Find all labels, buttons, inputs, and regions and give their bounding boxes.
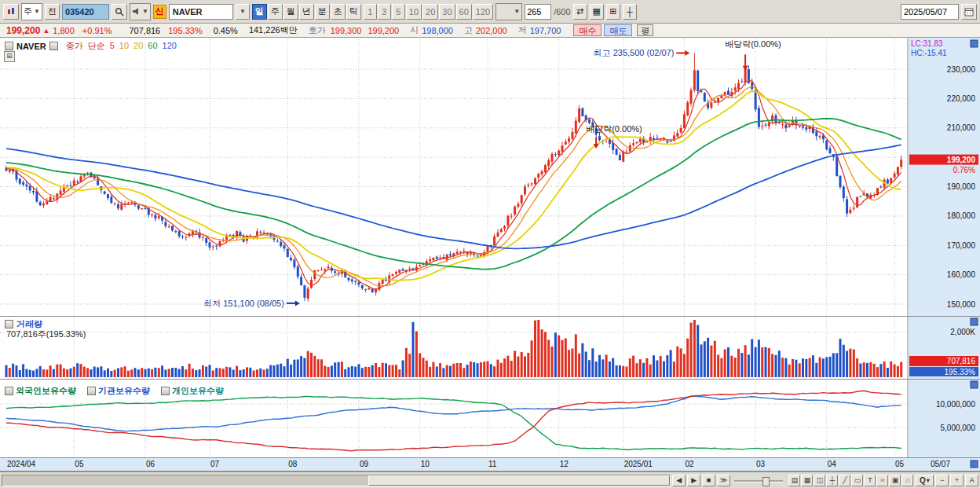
svg-text:220,000: 220,000 bbox=[947, 94, 976, 103]
chevron-down-icon: ▾ bbox=[927, 477, 930, 484]
copy-screen-icon[interactable]: ▤ bbox=[788, 475, 800, 486]
high-label: 고 bbox=[464, 24, 473, 36]
panel-check-icon[interactable] bbox=[5, 387, 13, 395]
panel-check-icon[interactable] bbox=[87, 387, 96, 395]
go-latest-button[interactable]: ≫ bbox=[717, 475, 730, 486]
interval-button-3[interactable]: 3 bbox=[378, 4, 391, 20]
mini-candle-icon bbox=[6, 7, 16, 17]
svg-text:0.76%: 0.76% bbox=[953, 166, 975, 174]
scroll-left-button[interactable]: ◀ bbox=[672, 475, 686, 486]
top-toolbar: 주 ▼ 전 ▼ 신 NAVER ▼ 일주월년분초틱 13510203060120… bbox=[0, 0, 980, 24]
panel-check-icon[interactable] bbox=[161, 387, 170, 395]
svg-text:04: 04 bbox=[828, 460, 837, 468]
chevron-down-icon: ▼ bbox=[142, 8, 148, 15]
bar-count-input[interactable] bbox=[525, 4, 551, 20]
open-label: 시 bbox=[410, 24, 419, 36]
interval-button-30[interactable]: 30 bbox=[439, 4, 455, 20]
period-tab-월[interactable]: 월 bbox=[283, 4, 298, 20]
chart-scrollbar[interactable] bbox=[2, 475, 671, 486]
ask-price: 199,300 bbox=[331, 26, 362, 35]
period-tab-초[interactable]: 초 bbox=[331, 4, 346, 20]
stock-dropdown-button[interactable]: ▼ bbox=[236, 4, 250, 20]
panel-grid-icon[interactable]: ▦ bbox=[801, 475, 813, 486]
chart-menu-icon[interactable] bbox=[3, 4, 19, 20]
indicator-wave-icon[interactable]: ≈ bbox=[876, 475, 888, 486]
period-tab-년[interactable]: 년 bbox=[299, 4, 314, 20]
svg-text:210,000: 210,000 bbox=[947, 123, 976, 132]
period-tab-틱[interactable]: 틱 bbox=[346, 4, 361, 20]
zoom-in-button[interactable]: + bbox=[950, 475, 964, 486]
interval-button-5[interactable]: 5 bbox=[392, 4, 405, 20]
magnifier-icon bbox=[115, 7, 124, 17]
scrollbar-thumb[interactable] bbox=[368, 475, 671, 486]
period-tab-주[interactable]: 주 bbox=[268, 4, 283, 20]
scroll-right-button[interactable]: ▶ bbox=[687, 475, 700, 486]
svg-text:195.33%: 195.33% bbox=[945, 368, 976, 376]
interval-button-10[interactable]: 10 bbox=[406, 4, 422, 20]
period-tabs: 일주월년분초틱 bbox=[252, 4, 361, 20]
interval-button-1[interactable]: 1 bbox=[364, 4, 377, 20]
svg-text:10,000,000: 10,000,000 bbox=[936, 400, 975, 409]
volume-detail: 707,816주(195.33%) bbox=[6, 328, 86, 340]
sound-alert-button[interactable]: ▼ bbox=[130, 3, 151, 20]
chart-tools-icon[interactable]: ┼ bbox=[623, 4, 637, 20]
buy-button[interactable]: 매수 bbox=[573, 24, 602, 36]
svg-text:LC:31.83: LC:31.83 bbox=[911, 39, 943, 48]
panel-check-icon[interactable] bbox=[5, 42, 13, 50]
interval-button-120[interactable]: 120 bbox=[473, 4, 493, 20]
svg-text:230,000: 230,000 bbox=[947, 65, 976, 74]
new-window-icon[interactable]: ⊞ bbox=[606, 4, 620, 20]
bar-total-label: /600 bbox=[554, 7, 570, 17]
zoom-slider[interactable] bbox=[734, 475, 783, 486]
current-price: 199,200 bbox=[6, 25, 40, 36]
avg-price-button[interactable]: 평 bbox=[637, 24, 653, 36]
grid-toggle-icon[interactable]: ⊞ bbox=[4, 51, 15, 62]
svg-text:170,000: 170,000 bbox=[947, 241, 976, 250]
stock-code-input[interactable] bbox=[62, 4, 109, 20]
prev-stock-button[interactable]: 전 bbox=[45, 4, 60, 20]
sell-button[interactable]: 매도 bbox=[604, 24, 632, 36]
panel-option-icon[interactable] bbox=[49, 42, 58, 50]
interval-button-60[interactable]: 60 bbox=[456, 4, 472, 20]
volume-ratio: 195.33% bbox=[168, 26, 202, 35]
calendar-icon[interactable] bbox=[961, 4, 977, 20]
date-input[interactable] bbox=[901, 4, 959, 20]
price-change: 1,800 bbox=[53, 26, 75, 35]
chart-area: 230,000220,000210,000190,000180,000170,0… bbox=[0, 38, 980, 471]
multi-chart-icon[interactable]: ▦ bbox=[590, 4, 604, 20]
price-change-pct: +0.91% bbox=[82, 26, 112, 35]
four-chart-icon[interactable]: ◫ bbox=[814, 475, 825, 486]
svg-text:05: 05 bbox=[75, 460, 84, 468]
text-memo-icon[interactable]: T bbox=[864, 475, 876, 486]
chart-canvas[interactable]: 230,000220,000210,000190,000180,000170,0… bbox=[0, 38, 980, 471]
home-view-icon[interactable]: ⌂ bbox=[901, 475, 913, 486]
trend-line-icon[interactable]: ╱ bbox=[839, 475, 850, 486]
svg-text:배당락(0.00%): 배당락(0.00%) bbox=[586, 124, 642, 134]
open-price: 198,000 bbox=[422, 26, 453, 35]
panel-check-icon[interactable] bbox=[5, 320, 13, 328]
stop-button[interactable]: ■ bbox=[702, 475, 715, 486]
period-tab-분[interactable]: 분 bbox=[315, 4, 330, 20]
search-icon[interactable] bbox=[112, 4, 127, 20]
up-arrow-icon: ▲ bbox=[42, 27, 49, 35]
period-convert-icon[interactable]: ⇄ bbox=[573, 4, 587, 20]
svg-text:10: 10 bbox=[421, 460, 430, 468]
slider-thumb[interactable] bbox=[762, 477, 770, 486]
period-tab-일[interactable]: 일 bbox=[252, 4, 267, 20]
interval-combo[interactable]: ▼ bbox=[495, 3, 522, 20]
interval-button-20[interactable]: 20 bbox=[422, 4, 438, 20]
cross-line-icon[interactable]: ┼ bbox=[826, 475, 838, 486]
svg-text:180,000: 180,000 bbox=[947, 211, 976, 220]
stock-chart-window: 주 ▼ 전 ▼ 신 NAVER ▼ 일주월년분초틱 13510203060120… bbox=[0, 0, 980, 488]
svg-text:11: 11 bbox=[488, 460, 497, 468]
zoom-area-icon[interactable]: ▭ bbox=[851, 475, 863, 486]
period-week-combo[interactable]: 주 ▼ bbox=[21, 3, 42, 20]
svg-text:HC:-15.41: HC:-15.41 bbox=[911, 49, 947, 57]
slider-track bbox=[734, 480, 783, 482]
bottom-icon-strip: ▤▦◫┼╱▭T≈▣⌂ bbox=[788, 475, 913, 486]
zoom-out-button[interactable]: − bbox=[935, 475, 949, 486]
chart-style-icon[interactable]: ▣ bbox=[889, 475, 901, 486]
quick-zoom-button[interactable]: Q▾ bbox=[915, 475, 934, 486]
svg-text:707,816: 707,816 bbox=[947, 357, 976, 365]
auto-scale-button[interactable]: A bbox=[965, 475, 978, 486]
